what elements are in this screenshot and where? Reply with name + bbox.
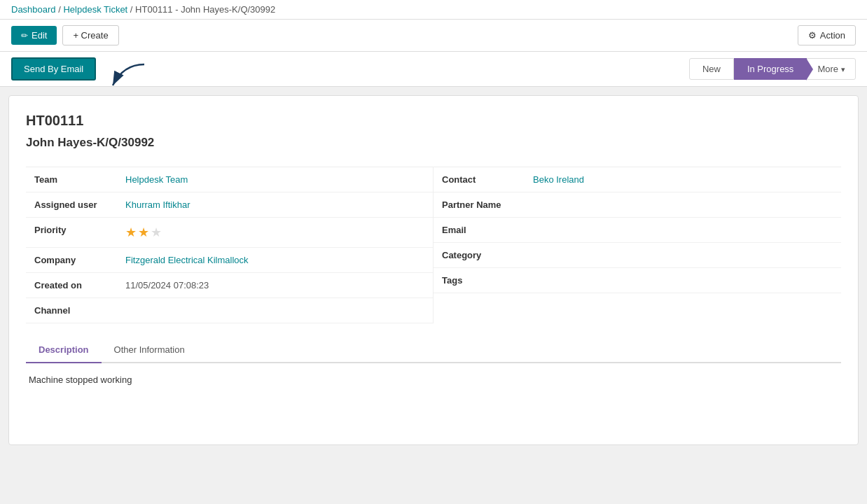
field-assigned-user: Assigned user Khurram Iftikhar <box>26 192 433 218</box>
field-channel: Channel <box>26 298 433 323</box>
toolbar: Edit + Create Action <box>0 20 867 52</box>
field-partner-name: Partner Name <box>434 192 841 218</box>
arrow-indicator <box>109 61 151 96</box>
status-more[interactable]: More <box>807 58 856 80</box>
field-contact: Contact Beko Ireland <box>434 167 841 192</box>
main-content: HT00111 John Hayes-K/Q/30992 Team Helpde… <box>8 95 859 445</box>
send-by-email-button[interactable]: Send By Email <box>11 57 96 80</box>
fields-grid: Team Helpdesk Team Assigned user Khurram… <box>26 167 841 323</box>
breadcrumb-dashboard[interactable]: Dashboard <box>11 4 56 15</box>
created-on-value: 11/05/2024 07:08:23 <box>125 280 209 290</box>
priority-stars[interactable]: ★ ★ ★ <box>125 225 162 240</box>
field-priority: Priority ★ ★ ★ <box>26 218 433 248</box>
description-text: Machine stopped working <box>29 374 132 385</box>
create-button[interactable]: + Create <box>62 25 118 46</box>
tabs-bar: Description Other Information <box>26 337 841 363</box>
field-tags: Tags <box>434 268 841 293</box>
tab-description[interactable]: Description <box>26 337 102 363</box>
ticket-id: HT00111 <box>26 113 841 129</box>
field-team: Team Helpdesk Team <box>26 167 433 192</box>
ticket-name: John Hayes-K/Q/30992 <box>26 136 841 150</box>
edit-button[interactable]: Edit <box>11 26 57 45</box>
chevron-down-icon <box>841 64 845 74</box>
gear-icon <box>808 30 817 41</box>
star-1[interactable]: ★ <box>125 225 137 240</box>
action-button[interactable]: Action <box>798 25 856 46</box>
assigned-user-value[interactable]: Khurram Iftikhar <box>125 200 190 210</box>
company-value[interactable]: Fitzgerald Electrical Kilmallock <box>125 255 249 265</box>
pencil-icon <box>21 30 28 41</box>
star-3[interactable]: ★ <box>151 225 162 240</box>
breadcrumb-current: HT00111 - John Hayes-K/Q/30992 <box>135 4 275 15</box>
contact-value[interactable]: Beko Ireland <box>533 174 584 185</box>
status-bar: New In Progress More <box>689 58 856 80</box>
field-created-on: Created on 11/05/2024 07:08:23 <box>26 273 433 298</box>
field-company: Company Fitzgerald Electrical Kilmallock <box>26 248 433 273</box>
breadcrumb: Dashboard / Helpdesk Ticket / HT00111 - … <box>0 0 867 20</box>
star-2[interactable]: ★ <box>138 225 149 240</box>
fields-right: Contact Beko Ireland Partner Name Email … <box>434 167 841 323</box>
status-new[interactable]: New <box>689 58 734 80</box>
team-value[interactable]: Helpdesk Team <box>125 174 188 185</box>
description-content: Machine stopped working <box>26 363 841 396</box>
status-in-progress[interactable]: In Progress <box>734 58 807 80</box>
breadcrumb-helpdesk[interactable]: Helpdesk Ticket <box>63 4 127 15</box>
field-email: Email <box>434 218 841 243</box>
tab-other-information[interactable]: Other Information <box>102 337 197 363</box>
field-category: Category <box>434 243 841 268</box>
fields-left: Team Helpdesk Team Assigned user Khurram… <box>26 167 434 323</box>
send-email-bar: Send By Email New In Progress More <box>0 52 867 87</box>
